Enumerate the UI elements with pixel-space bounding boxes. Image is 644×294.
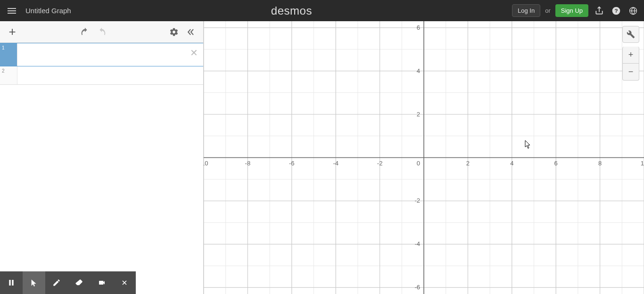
svg-text:2: 2: [466, 160, 470, 167]
collapse-sidebar-button[interactable]: [182, 24, 199, 41]
help-icon[interactable]: ?: [610, 5, 622, 17]
expression-index: 2: [0, 66, 17, 84]
close-toolbar-button[interactable]: [113, 271, 136, 294]
graph-title[interactable]: Untitled Graph: [25, 7, 71, 15]
logo-wrap: desmos: [71, 4, 512, 17]
svg-text:-2: -2: [377, 160, 383, 167]
video-button[interactable]: [91, 271, 113, 294]
svg-text:-10: -10: [204, 160, 208, 167]
svg-text:-4: -4: [414, 240, 420, 247]
svg-text:6: 6: [554, 160, 558, 167]
share-icon[interactable]: [593, 5, 605, 17]
app-header: Untitled Graph desmos Log In or Sign Up …: [0, 0, 644, 21]
expression-input[interactable]: [17, 43, 203, 66]
svg-text:-6: -6: [414, 284, 420, 291]
cursor-tool-button[interactable]: [23, 271, 45, 294]
coordinate-plane[interactable]: -10-8-6-4-2246810-6-4-22460: [204, 21, 644, 294]
menu-icon[interactable]: [5, 4, 19, 18]
svg-text:?: ?: [614, 8, 618, 14]
expression-row[interactable]: 1 ✕: [0, 43, 203, 66]
header-right: Log In or Sign Up ?: [512, 4, 639, 17]
pause-button[interactable]: [0, 271, 23, 294]
recording-toolbar: [0, 271, 136, 294]
svg-rect-73: [9, 280, 10, 286]
svg-text:-2: -2: [414, 197, 420, 204]
svg-text:4: 4: [510, 160, 513, 167]
undo-button[interactable]: [76, 24, 93, 41]
pencil-tool-button[interactable]: [45, 271, 68, 294]
svg-text:-4: -4: [333, 160, 339, 167]
graph-settings-button[interactable]: [622, 26, 639, 43]
zoom-out-button[interactable]: −: [622, 64, 639, 81]
svg-text:0: 0: [417, 160, 420, 167]
sidebar-toolbar: +: [0, 21, 203, 43]
svg-rect-74: [12, 280, 13, 286]
svg-text:10: 10: [641, 160, 644, 167]
signup-button[interactable]: Sign Up: [555, 4, 588, 17]
or-text: or: [545, 7, 551, 14]
expression-index: 1: [0, 43, 17, 66]
svg-text:4: 4: [417, 67, 420, 74]
graph-area[interactable]: -10-8-6-4-2246810-6-4-22460 + −: [204, 21, 644, 294]
eraser-tool-button[interactable]: [68, 271, 91, 294]
expression-sidebar: + 1 ✕ 2: [0, 21, 204, 294]
login-button[interactable]: Log In: [512, 4, 540, 17]
delete-expression-icon[interactable]: ✕: [188, 47, 199, 58]
graph-controls: + −: [622, 26, 639, 81]
settings-icon[interactable]: [165, 24, 182, 41]
svg-text:8: 8: [598, 160, 602, 167]
language-icon[interactable]: [627, 5, 639, 17]
svg-text:2: 2: [417, 111, 420, 118]
add-expression-button[interactable]: +: [4, 24, 21, 41]
redo-button[interactable]: [93, 24, 110, 41]
expression-input[interactable]: [17, 66, 203, 84]
desmos-logo: desmos: [271, 4, 312, 17]
expression-row[interactable]: 2: [0, 66, 203, 85]
svg-text:-6: -6: [289, 160, 295, 167]
zoom-in-button[interactable]: +: [622, 47, 639, 64]
svg-text:-8: -8: [245, 160, 251, 167]
svg-text:6: 6: [417, 24, 420, 31]
main: + 1 ✕ 2 -10-8-6-4-2246810: [0, 21, 644, 294]
